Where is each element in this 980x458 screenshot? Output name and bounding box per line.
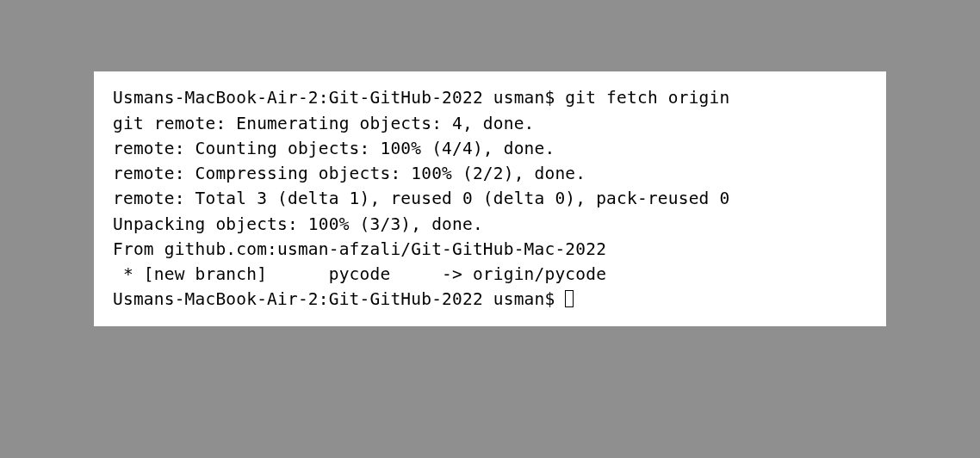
terminal-line: remote: Counting objects: 100% (4/4), do… [113, 136, 867, 161]
terminal-line: Usmans-MacBook-Air-2:Git-GitHub-2022 usm… [113, 85, 867, 110]
terminal-line: remote: Compressing objects: 100% (2/2),… [113, 161, 867, 186]
terminal-line: git remote: Enumerating objects: 4, done… [113, 111, 867, 136]
terminal-window[interactable]: Usmans-MacBook-Air-2:Git-GitHub-2022 usm… [94, 71, 886, 325]
cursor-icon [565, 290, 574, 307]
terminal-line: * [new branch] pycode -> origin/pycode [113, 262, 867, 287]
terminal-prompt-line: Usmans-MacBook-Air-2:Git-GitHub-2022 usm… [113, 287, 867, 312]
terminal-line: Unpacking objects: 100% (3/3), done. [113, 212, 867, 237]
terminal-line: From github.com:usman-afzali/Git-GitHub-… [113, 237, 867, 262]
terminal-prompt: Usmans-MacBook-Air-2:Git-GitHub-2022 usm… [113, 289, 565, 309]
terminal-line: remote: Total 3 (delta 1), reused 0 (del… [113, 186, 867, 211]
